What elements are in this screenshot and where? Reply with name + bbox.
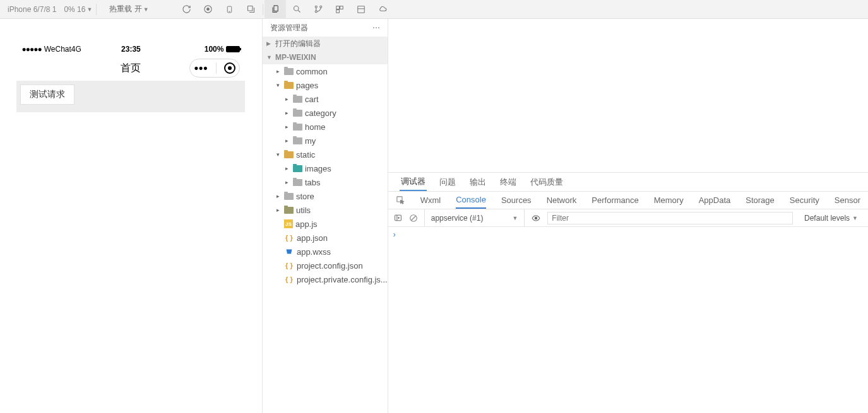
- more-icon[interactable]: ⋯: [372, 23, 380, 32]
- tree-item-label: pages: [296, 81, 318, 90]
- debugger-area: 调试器问题输出终端代码质量 WxmlConsoleSourcesNetworkP…: [388, 172, 868, 413]
- capsule-button: •••: [189, 59, 240, 78]
- devtools-tab-memory[interactable]: Memory: [654, 192, 684, 209]
- console-prompt-icon[interactable]: ›: [393, 230, 396, 239]
- debug-tab-问题[interactable]: 问题: [438, 173, 457, 191]
- devtools-tab-storage[interactable]: Storage: [746, 192, 775, 209]
- chevron-down-icon: ▾: [275, 82, 282, 88]
- devtools-tab-appdata[interactable]: AppData: [699, 192, 731, 209]
- svg-line-6: [298, 10, 300, 12]
- inspect-icon[interactable]: [396, 195, 405, 205]
- chevron-right-icon: ▸: [284, 165, 290, 172]
- screenshot-icon[interactable]: [240, 0, 261, 19]
- devtools-tabs: WxmlConsoleSourcesNetworkPerformanceMemo…: [388, 192, 868, 209]
- search-icon[interactable]: [286, 0, 307, 19]
- toggle-sidebar-icon[interactable]: [393, 214, 403, 222]
- tree-item-label: project.private.config.js...: [297, 275, 388, 284]
- open-editors-label: 打开的编辑器: [275, 38, 321, 49]
- toolbar-icons: [175, 0, 393, 19]
- folder-icon: [293, 137, 302, 144]
- device-icon[interactable]: [218, 0, 240, 19]
- cloud-icon[interactable]: [372, 0, 393, 19]
- branch-icon[interactable]: [307, 0, 329, 19]
- tree-item-label: app.js: [295, 219, 318, 229]
- chevron-right-icon: ▸: [275, 193, 282, 199]
- test-request-button[interactable]: 测试请求: [20, 84, 74, 105]
- extensions-icon[interactable]: [329, 0, 350, 19]
- tree-item-label: app.wxss: [297, 247, 331, 257]
- debug-tab-终端[interactable]: 终端: [499, 173, 518, 191]
- files-icon[interactable]: [265, 0, 286, 19]
- open-editors-section[interactable]: ▶ 打开的编辑器: [263, 37, 388, 50]
- devtools-tab-sensor[interactable]: Sensor: [835, 192, 860, 209]
- tree-item-common[interactable]: ▸common: [263, 64, 388, 78]
- svg-point-9: [319, 6, 321, 8]
- tree-item-label: images: [305, 164, 331, 173]
- tree-item-app-json[interactable]: { }app.json: [263, 231, 388, 245]
- tree-item-label: store: [296, 192, 314, 201]
- tree-item-label: app.json: [297, 233, 328, 243]
- close-target-icon[interactable]: [224, 62, 235, 74]
- simulator-pane: ●●●●● WeChat4G 23:35 100% 首页 ••• 测试请求: [0, 19, 263, 413]
- clear-console-icon[interactable]: [409, 214, 418, 223]
- battery-label: 100%: [205, 45, 224, 54]
- tree-item-label: tabs: [305, 178, 321, 187]
- devtools-tab-performance[interactable]: Performance: [592, 192, 638, 209]
- chevron-right-icon: ▸: [284, 179, 290, 185]
- layout-icon[interactable]: [350, 0, 372, 19]
- menu-icon[interactable]: •••: [194, 62, 208, 74]
- chevron-right-icon: ▸: [284, 124, 290, 130]
- svg-point-8: [315, 11, 317, 13]
- tree-item-my[interactable]: ▸my: [263, 134, 388, 148]
- tree-item-category[interactable]: ▸category: [263, 106, 388, 120]
- svg-rect-13: [358, 6, 365, 13]
- chevron-right-icon: ▸: [275, 68, 282, 74]
- debug-tab-代码质量[interactable]: 代码质量: [529, 173, 564, 191]
- zoom-label: 0% 16: [64, 5, 85, 14]
- tree-item-project-private-config-js-[interactable]: { }project.private.config.js...: [263, 272, 388, 286]
- tree-item-pages[interactable]: ▾pages: [263, 78, 388, 92]
- tree-item-label: my: [305, 136, 316, 146]
- tree-item-app-wxss[interactable]: app.wxss: [263, 245, 388, 259]
- zoom-selector[interactable]: 0% 16 ▼: [64, 5, 92, 14]
- time-label: 23:35: [121, 45, 141, 54]
- tree-item-app-js[interactable]: JSapp.js: [263, 217, 388, 231]
- svg-rect-16: [395, 215, 401, 221]
- caret-down-icon: ▼: [86, 6, 92, 13]
- device-label: iPhone 6/7/8 1: [8, 5, 56, 14]
- debug-tab-调试器[interactable]: 调试器: [400, 173, 427, 191]
- tree-item-cart[interactable]: ▸cart: [263, 92, 388, 106]
- project-section[interactable]: ▼ MP-WEIXIN: [263, 50, 388, 64]
- tree-item-home[interactable]: ▸home: [263, 120, 388, 134]
- device-selector[interactable]: iPhone 6/7/8 1: [5, 4, 59, 15]
- console-body: ›: [388, 227, 868, 413]
- tree-item-label: utils: [296, 206, 311, 215]
- editor-area: [388, 19, 868, 172]
- stop-icon[interactable]: [197, 0, 218, 19]
- filter-input[interactable]: [547, 212, 793, 224]
- tree-item-images[interactable]: ▸images: [263, 161, 388, 175]
- live-expression-icon[interactable]: [531, 214, 541, 223]
- tree-item-static[interactable]: ▾static: [263, 148, 388, 161]
- debug-tab-输出[interactable]: 输出: [468, 173, 487, 191]
- tree-item-utils[interactable]: ▸utils: [263, 203, 388, 217]
- devtools-tab-network[interactable]: Network: [547, 192, 577, 209]
- devtools-tab-console[interactable]: Console: [456, 192, 486, 209]
- explorer-header: 资源管理器 ⋯: [263, 19, 388, 37]
- tree-item-store[interactable]: ▸store: [263, 189, 388, 203]
- svg-point-7: [315, 6, 317, 8]
- separator: [263, 4, 263, 15]
- battery-icon: [226, 46, 240, 52]
- tree-item-label: static: [296, 150, 315, 160]
- devtools-tab-wxml[interactable]: Wxml: [420, 192, 441, 209]
- devtools-tab-security[interactable]: Security: [790, 192, 819, 209]
- tree-item-project-config-json[interactable]: { }project.config.json: [263, 259, 388, 272]
- devtools-tab-sources[interactable]: Sources: [501, 192, 532, 209]
- tree-item-tabs[interactable]: ▸tabs: [263, 175, 388, 189]
- log-levels-selector[interactable]: Default levels ▼: [799, 214, 863, 223]
- hot-reload-toggle[interactable]: 热重载 开 ▼: [109, 4, 148, 15]
- context-selector[interactable]: appservice (#1) ▼: [424, 209, 525, 226]
- refresh-icon[interactable]: [175, 0, 197, 19]
- console-toolbar: appservice (#1) ▼ Default levels ▼: [388, 209, 868, 227]
- status-bar: ●●●●● WeChat4G 23:35 100%: [16, 43, 245, 55]
